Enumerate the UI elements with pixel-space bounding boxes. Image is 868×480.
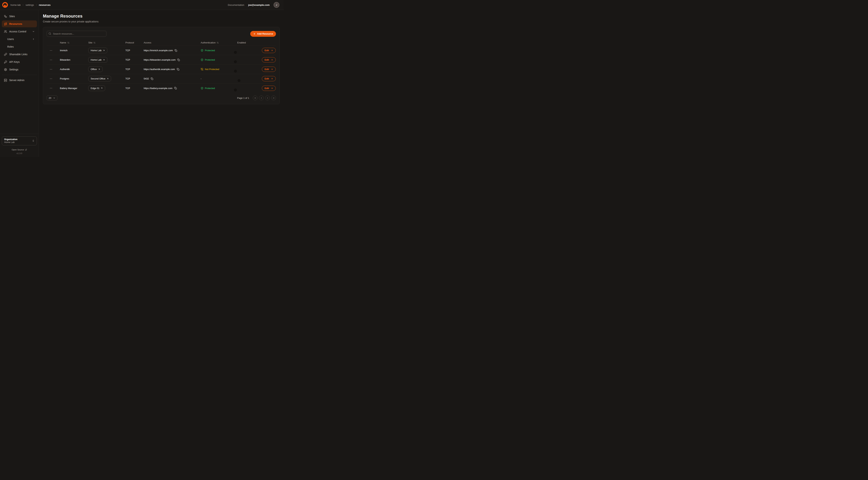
copy-button[interactable] [177,68,179,70]
site-badge-label: Office [91,68,97,70]
row-menu-button[interactable] [47,77,55,80]
row-menu-button[interactable] [47,58,55,61]
row-menu-button[interactable] [47,49,55,52]
breadcrumb-item-settings[interactable]: settings [26,4,34,6]
site-badge[interactable]: Second Office [88,76,111,82]
site-badge[interactable]: Home Lab [88,48,107,53]
arrow-up-right-icon [98,68,100,70]
sidebar-item-users[interactable]: Users [2,36,37,42]
column-header-enabled: Enabled [235,41,259,44]
chevron-down-icon [32,30,35,33]
ellipsis-icon [50,58,53,61]
shield-check-icon [201,87,204,90]
sidebar-item-api-keys[interactable]: API Keys [2,58,37,65]
arrow-right-icon [271,59,273,61]
sidebar-item-roles[interactable]: Roles [2,43,37,50]
access-value: https://battery.example.com [144,87,173,90]
org-picker[interactable]: Organization Home Lab [2,137,37,145]
copy-button[interactable] [174,87,177,89]
version-text: v1.3.0 [2,152,37,154]
arrow-right-icon [271,68,273,70]
sidebar: Sites Resources Access Control Users [0,10,39,157]
column-header-name[interactable]: Name [58,41,86,44]
avatar[interactable]: J [274,2,279,8]
copy-button[interactable] [175,49,177,52]
site-badge-label: Second Office [91,77,105,80]
site-badge[interactable]: Home Lab [88,57,107,63]
sidebar-item-resources[interactable]: Resources [2,21,37,27]
edit-button[interactable]: Edit [262,86,276,91]
sidebar-item-label: Settings [9,68,19,71]
breadcrumb-item-org[interactable]: home-lab [10,4,21,6]
edit-button[interactable]: Edit [262,67,276,72]
resources-card: Add Resource Name Site [43,27,280,104]
add-resource-label: Add Resource [257,32,273,35]
first-page-button[interactable] [253,96,257,100]
sidebar-item-settings[interactable]: Settings [2,66,37,73]
ellipsis-icon [50,87,53,90]
ellipsis-icon [50,49,53,52]
protocol-value: TCP [123,49,141,52]
user-email[interactable]: joe@example.com [248,4,270,6]
column-header-site[interactable]: Site [86,41,123,44]
access-value: https://immich.example.com [144,49,173,52]
auth-badge: Protected [201,87,235,90]
pagination: 20 Page 1 of 1 [47,95,276,100]
sidebar-item-label: Server Admin [9,79,24,82]
chevron-right-icon [266,97,269,99]
auth-badge: Not Protected [201,68,235,70]
access-value: https://authentik.example.com [144,68,175,70]
sidebar-item-label: Roles [7,45,14,48]
next-page-button[interactable] [265,96,270,100]
sidebar-item-label: Access Control [9,30,26,33]
page-size-select[interactable]: 20 [47,95,57,100]
column-header-authentication[interactable]: Authentication [198,41,235,44]
key-icon [4,60,7,63]
search-input[interactable] [47,31,106,37]
edit-label: Edit [265,49,269,52]
ellipsis-icon [50,77,53,80]
toggle-knob [234,70,237,72]
page-size-value: 20 [49,97,51,99]
page-subtitle: Create secure proxies to your private ap… [43,20,280,23]
copy-icon [177,68,179,70]
plus-icon [253,33,256,35]
sidebar-item-access-control[interactable]: Access Control [2,28,37,35]
copy-button[interactable] [177,59,180,61]
edit-button[interactable]: Edit [262,57,276,62]
arrow-up-right-icon [106,78,109,80]
sidebar-item-sites[interactable]: Sites [2,13,37,20]
arrow-up-right-icon [103,50,105,52]
row-menu-button[interactable] [47,87,55,90]
org-picker-value: Home Lab [4,141,18,144]
route-icon [4,23,7,26]
resources-table: Name Site Protocol [47,40,276,93]
external-link-icon [25,149,27,151]
sidebar-item-server-admin[interactable]: Server Admin [2,77,37,84]
sort-icon [67,41,69,44]
sidebar-item-shareable-links[interactable]: Shareable Links [2,51,37,58]
open-source-link[interactable]: Open Source [2,149,37,151]
auth-badge: Protected [201,58,235,61]
copy-icon [175,49,177,52]
site-badge[interactable]: Office [88,66,102,72]
chevron-down-icon [53,97,55,99]
org-picker-label: Organization [4,138,18,141]
row-menu-button[interactable] [47,68,55,71]
add-resource-button[interactable]: Add Resource [250,31,276,37]
documentation-link[interactable]: Documentation [228,4,244,6]
previous-page-button[interactable] [259,96,264,100]
site-badge[interactable]: Edge 01 [88,85,105,91]
column-header-access: Access [141,41,198,44]
copy-button[interactable] [151,78,153,80]
link-icon [4,53,7,56]
last-page-button[interactable] [271,96,276,100]
edit-button[interactable]: Edit [262,48,276,53]
copy-icon [151,78,153,80]
auth-label: Protected [205,49,215,52]
arrow-up-right-icon [103,59,105,61]
arrow-right-icon [271,87,273,89]
table-row: Postgres Second Office TCP 5432 - Edit [47,74,276,84]
sidebar-item-label: Resources [9,23,22,25]
edit-button[interactable]: Edit [262,76,276,81]
